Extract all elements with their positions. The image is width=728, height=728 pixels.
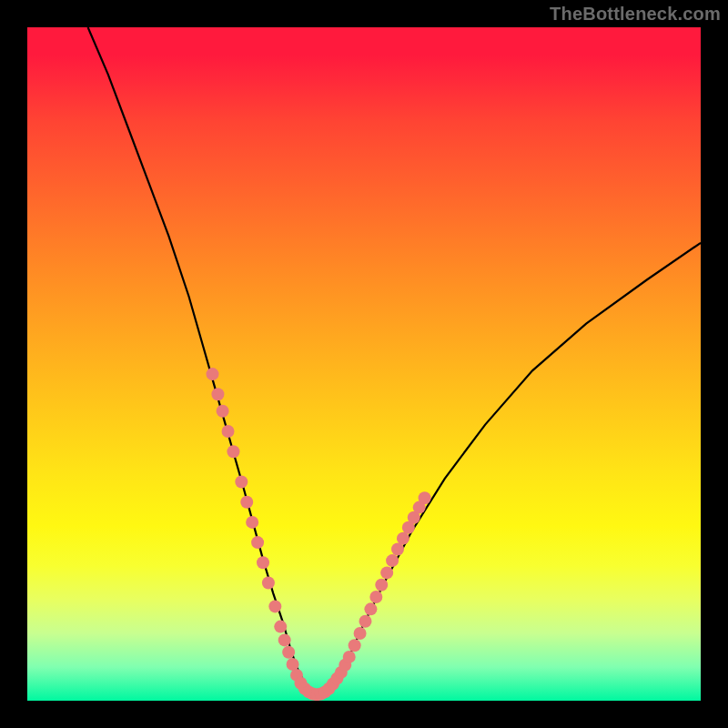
marker-dot [359, 615, 371, 628]
marker-dot [227, 445, 239, 458]
chart-svg [27, 27, 701, 701]
marker-group [207, 368, 431, 701]
marker-dot [391, 543, 404, 556]
marker-dot [282, 646, 295, 659]
marker-dot [257, 556, 269, 569]
marker-dot [397, 532, 410, 545]
marker-dot [386, 554, 399, 567]
plot-area [27, 27, 701, 701]
marker-dot [349, 639, 361, 652]
marker-dot [364, 602, 377, 615]
marker-dot [268, 600, 281, 612]
watermark-label: TheBottleneck.com [550, 4, 721, 25]
marker-dot [419, 491, 431, 504]
marker-dot [211, 388, 224, 400]
marker-dot [375, 579, 388, 592]
marker-dot [278, 633, 291, 646]
marker-dot [380, 566, 393, 579]
marker-dot [369, 591, 382, 603]
marker-dot [343, 651, 356, 663]
marker-dot [354, 627, 367, 640]
marker-dot [246, 516, 258, 529]
marker-dot [217, 405, 229, 418]
marker-dot [274, 621, 287, 633]
marker-dot [240, 496, 253, 509]
marker-dot [222, 425, 235, 438]
bottleneck-curve [88, 27, 701, 694]
marker-dot [251, 536, 264, 549]
chart-frame: TheBottleneck.com [0, 0, 728, 728]
marker-dot [262, 577, 275, 590]
marker-dot [235, 476, 248, 489]
marker-dot [207, 368, 219, 380]
